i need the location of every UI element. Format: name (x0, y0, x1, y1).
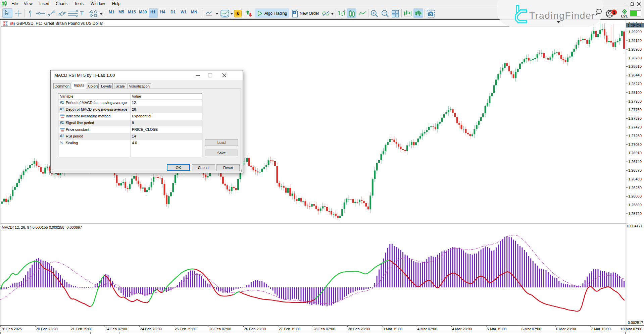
svg-text:1.27760: 1.27760 (628, 108, 642, 112)
svg-text:1: 1 (613, 10, 615, 14)
svg-text:1.27930: 1.27930 (628, 99, 642, 103)
svg-text:28 Feb 23:00: 28 Feb 23:00 (348, 327, 370, 331)
svg-text:1.29424: 1.29424 (628, 23, 641, 27)
svg-text:21 Feb 15:00: 21 Feb 15:00 (70, 327, 92, 331)
svg-text:7 Mar 15:00: 7 Mar 15:00 (591, 327, 611, 331)
svg-text:1.27250: 1.27250 (628, 134, 642, 138)
svg-text:1.25720: 1.25720 (628, 212, 642, 216)
svg-text:0.004171: 0.004171 (627, 224, 643, 228)
svg-text:1.26740: 1.26740 (628, 160, 642, 164)
svg-text:1.28610: 1.28610 (628, 64, 642, 68)
svg-text:1.26570: 1.26570 (628, 168, 642, 172)
svg-text:3 Mar 15:00: 3 Mar 15:00 (383, 327, 403, 331)
svg-text:5 Mar 15:00: 5 Mar 15:00 (487, 327, 507, 331)
svg-text:1.27080: 1.27080 (628, 143, 642, 147)
svg-text:1.26400: 1.26400 (628, 177, 642, 181)
svg-text:1.29290: 1.29290 (628, 30, 642, 34)
svg-text:6 Mar 07:00: 6 Mar 07:00 (522, 327, 541, 331)
svg-text:1.26910: 1.26910 (628, 151, 642, 155)
svg-text:24 Feb 23:00: 24 Feb 23:00 (140, 327, 162, 331)
svg-text:1.28100: 1.28100 (628, 91, 642, 95)
svg-text:26 Feb 07:00: 26 Feb 07:00 (209, 327, 231, 331)
svg-text:LVL: LVL (621, 14, 628, 18)
svg-text:10 Mar 07:00: 10 Mar 07:00 (621, 327, 642, 331)
svg-text:1.26060: 1.26060 (628, 194, 642, 198)
svg-text:25 Feb 15:00: 25 Feb 15:00 (175, 327, 196, 331)
svg-text:1.28440: 1.28440 (628, 73, 642, 77)
svg-text:-0.002517: -0.002517 (627, 321, 643, 325)
svg-text:28 Feb 07:00: 28 Feb 07:00 (313, 327, 335, 331)
svg-text:1.27420: 1.27420 (628, 125, 642, 129)
svg-text:1.27590: 1.27590 (628, 116, 642, 120)
svg-text:1.28950: 1.28950 (628, 47, 642, 51)
svg-text:1.29120: 1.29120 (628, 39, 642, 43)
svg-text:MACD( 12, 26, 9 ) 0.000155 0.0: MACD( 12, 26, 9 ) 0.000155 0.000258 -0.0… (2, 225, 82, 229)
svg-text:$: $ (237, 12, 239, 16)
svg-text:27 Feb 15:00: 27 Feb 15:00 (279, 327, 300, 331)
svg-text:1.26230: 1.26230 (628, 186, 642, 190)
svg-text:4 Mar 07:00: 4 Mar 07:00 (417, 327, 437, 331)
svg-text:24 Feb 07:00: 24 Feb 07:00 (105, 327, 127, 331)
svg-text:4 Mar 23:00: 4 Mar 23:00 (452, 327, 472, 331)
svg-text:20 Feb 2025: 20 Feb 2025 (1, 327, 22, 331)
svg-text:20 Feb 23:00: 20 Feb 23:00 (36, 327, 58, 331)
svg-text:1.25890: 1.25890 (628, 203, 642, 207)
svg-text:1.28270: 1.28270 (628, 82, 642, 86)
svg-text:1.28780: 1.28780 (628, 56, 642, 60)
svg-text:26 Feb 23:00: 26 Feb 23:00 (244, 327, 266, 331)
svg-text:6 Mar 23:00: 6 Mar 23:00 (556, 327, 576, 331)
